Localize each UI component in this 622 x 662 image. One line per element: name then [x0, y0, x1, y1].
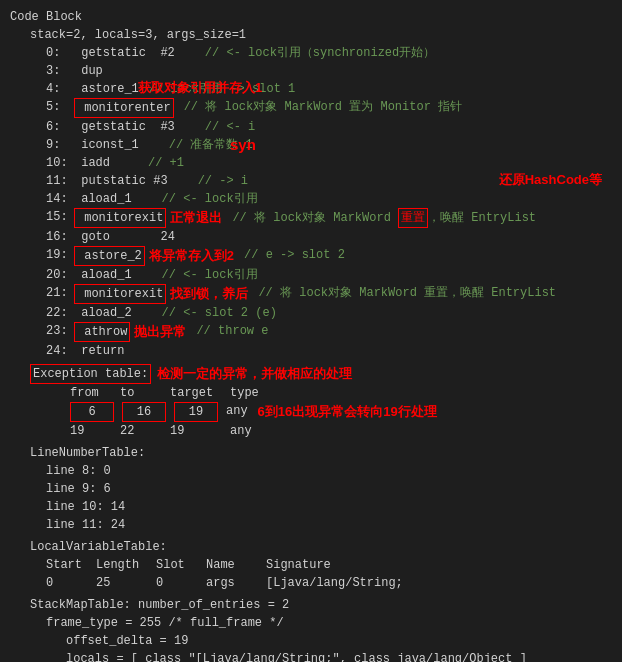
annotation-normal-exit: 正常退出: [170, 208, 222, 228]
ex-row1-target: 19: [174, 402, 218, 422]
lvt-col-length: Length: [96, 556, 156, 574]
lnt-0: line 8: 0: [10, 462, 612, 480]
op-19-box: astore_2: [74, 246, 145, 266]
lnt-label-text: LineNumberTable:: [30, 444, 145, 462]
ln-4: 4:: [46, 80, 74, 98]
comment-11: // -> i: [198, 172, 248, 190]
op-24: return: [74, 342, 124, 360]
op-15-box: monitorexit: [74, 208, 166, 228]
stack-line: stack=2, locals=3, args_size=1: [10, 26, 612, 44]
ln-10: 10:: [46, 154, 74, 172]
comment-22: // <- slot 2 (e): [162, 304, 277, 322]
comment-20: // <- lock引用: [162, 266, 258, 284]
ex-row2-to: 22: [120, 422, 170, 440]
annotation-find-lock: 找到锁，养后: [170, 284, 248, 304]
ln-9: 9:: [46, 136, 74, 154]
op-21-box: monitorexit: [74, 284, 166, 304]
code-container: Code Block stack=2, locals=3, args_size=…: [0, 0, 622, 662]
line-14: 14: aload_1 // <- lock引用: [10, 190, 612, 208]
op-0: getstatic: [74, 44, 146, 62]
smt-label-text: StackMapTable: number_of_entries = 2: [30, 596, 289, 614]
code-label-text: Code Block: [10, 8, 82, 26]
lvt-r0-name: args: [206, 574, 266, 592]
col-type: type: [230, 384, 259, 402]
annotation-throw-ex: 抛出异常: [134, 322, 186, 342]
lvt-col-sig: Signature: [266, 556, 331, 574]
line-24: 24: return: [10, 342, 612, 360]
lvt-col-slot: Slot: [156, 556, 206, 574]
lvt-r0-slot: 0: [156, 574, 206, 592]
lvt-col-start: Start: [46, 556, 96, 574]
ln-24: 24:: [46, 342, 74, 360]
lvt-row-0: 0 25 0 args [Ljava/lang/String;: [10, 574, 612, 592]
line-19: 19: astore_2 将异常存入到2 // e -> slot 2: [10, 246, 612, 266]
col-from: from: [70, 384, 120, 402]
comment-5: // 将 lock对象 MarkWord 置为 Monitor 指针: [184, 98, 462, 116]
comment-23: // throw e: [196, 322, 268, 340]
op-6: getstatic: [74, 118, 146, 136]
comment-19: // e -> slot 2: [244, 246, 345, 264]
op-11: putstatic: [74, 172, 146, 190]
line-0: 0: getstatic #2 // <- lock引用（synchronize…: [10, 44, 612, 62]
ln-19: 19:: [46, 246, 74, 264]
line-23: 23: athrow 抛出异常 // throw e: [10, 322, 612, 342]
comment-0: // <- lock引用（synchronized开始）: [205, 44, 435, 62]
lvt-r0-sig: [Ljava/lang/String;: [266, 574, 403, 592]
line-6: 6: getstatic #3 // <- i: [10, 118, 612, 136]
col-target: target: [170, 384, 230, 402]
exception-table-header: Exception table: 检测一定的异常，并做相应的处理: [10, 364, 612, 384]
smt-e1: offset_delta = 19: [10, 632, 612, 650]
ex-row2-target: 19: [170, 422, 230, 440]
comment-10: // +1: [148, 154, 184, 172]
line-3: 3: dup: [10, 62, 612, 80]
annotation-get-ref: 获取对象引用并存入1: [138, 78, 262, 98]
lnt-3: line 11: 24: [10, 516, 612, 534]
extra-11: #3: [146, 172, 168, 190]
lnt-1: line 9: 6: [10, 480, 612, 498]
ex-row2-type: any: [230, 422, 252, 440]
annotation-store-ex: 将异常存入到2: [149, 246, 234, 266]
ln-21: 21:: [46, 284, 74, 302]
ln-11: 11:: [46, 172, 74, 190]
op-5-box: monitorenter: [74, 98, 174, 118]
ex-row-1: 6 16 19 any 6到16出现异常会转向19行处理: [10, 402, 612, 422]
line-22: 22: aload_2 // <- slot 2 (e): [10, 304, 612, 322]
annotation-row1: 6到16出现异常会转向19行处理: [258, 402, 437, 422]
annotation-ex-table: 检测一定的异常，并做相应的处理: [157, 364, 352, 384]
line-16: 16: goto 24: [10, 228, 612, 246]
ex-row1-from: 6: [70, 402, 114, 422]
lvt-col-name: Name: [206, 556, 266, 574]
op-20: aload_1: [74, 266, 132, 284]
ln-22: 22:: [46, 304, 74, 322]
ex-row1-type: any: [226, 402, 248, 420]
comment-14: // <- lock引用: [162, 190, 258, 208]
smt-label: StackMapTable: number_of_entries = 2: [10, 596, 612, 614]
lvt-r0-start: 0: [46, 574, 96, 592]
op-14: aload_1: [74, 190, 132, 208]
code-label: Code Block: [10, 8, 612, 26]
stack-text: stack=2, locals=3, args_size=1: [30, 26, 246, 44]
line-21: 21: monitorexit 找到锁，养后 // 将 lock对象 MarkW…: [10, 284, 612, 304]
comment-21: // 将 lock对象 MarkWord 重置，唤醒 EntryList: [258, 284, 556, 302]
extra-6: #3: [146, 118, 175, 136]
ln-20: 20:: [46, 266, 74, 284]
ex-table-columns: from to target type: [10, 384, 612, 402]
lvt-r0-length: 25: [96, 574, 156, 592]
op-3: dup: [74, 62, 103, 80]
ex-row-2: 19 22 19 any: [10, 422, 612, 440]
ex-row1-to: 16: [122, 402, 166, 422]
col-to: to: [120, 384, 170, 402]
op-9: iconst_1: [74, 136, 139, 154]
op-16: goto: [74, 228, 110, 246]
ln-5: 5:: [46, 98, 74, 116]
ln-14: 14:: [46, 190, 74, 208]
lnt-label: LineNumberTable:: [10, 444, 612, 462]
line-9: 9: iconst_1 // 准备常数 1 syn: [10, 136, 612, 154]
extra-16: 24: [110, 228, 175, 246]
op-10: iadd: [74, 154, 110, 172]
line-4: 4: astore_1 // lock引用 -> slot 1 获取对象引用并存…: [10, 80, 612, 98]
annotation-restore-hash: 还原HashCode等: [499, 170, 602, 190]
ln-16: 16:: [46, 228, 74, 246]
ln-23: 23:: [46, 322, 74, 340]
op-22: aload_2: [74, 304, 132, 322]
